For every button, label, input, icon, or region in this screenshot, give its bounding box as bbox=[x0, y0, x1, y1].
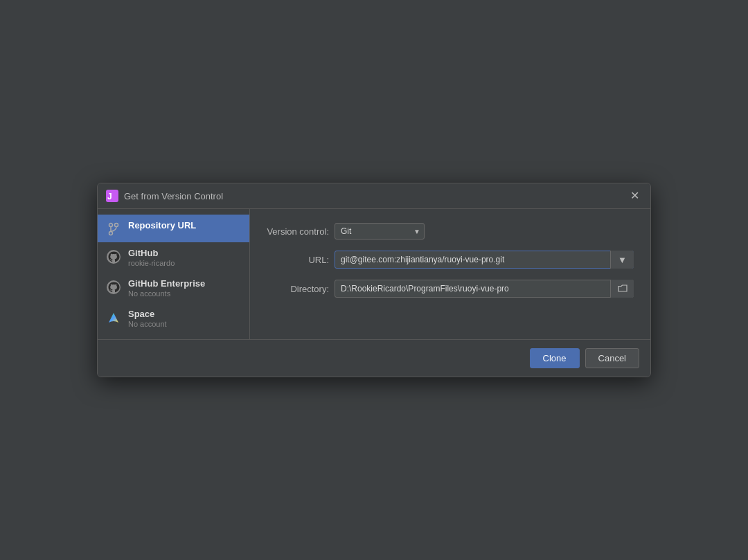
directory-input[interactable] bbox=[335, 280, 634, 298]
sidebar-item-sub-space: No account bbox=[128, 320, 167, 328]
dialog-title: Get from Version Control bbox=[124, 191, 622, 201]
sidebar-item-github-enterprise[interactable]: GitHub Enterprise No accounts bbox=[98, 273, 249, 303]
fork-icon bbox=[106, 222, 121, 237]
svg-text:J: J bbox=[107, 192, 112, 201]
clone-button[interactable]: Clone bbox=[530, 348, 580, 368]
dialog-body: Repository URL GitHub rookie-ricardo bbox=[98, 209, 650, 339]
space-icon bbox=[106, 310, 121, 325]
sidebar-item-title-space: Space bbox=[128, 309, 167, 319]
title-bar: J Get from Version Control ✕ bbox=[98, 183, 650, 209]
url-control-wrap: ▼ bbox=[335, 251, 634, 269]
version-control-select-wrap: Git Mercurial ▼ bbox=[335, 223, 425, 240]
directory-row: Directory: bbox=[267, 280, 634, 298]
sidebar-item-sub-github-enterprise: No accounts bbox=[128, 289, 205, 298]
sidebar-item-title-repository-url: Repository URL bbox=[128, 220, 196, 231]
directory-label: Directory: bbox=[267, 284, 329, 294]
directory-browse-button[interactable] bbox=[610, 280, 634, 298]
sidebar-item-repository-url[interactable]: Repository URL bbox=[98, 215, 249, 242]
close-button[interactable]: ✕ bbox=[627, 189, 642, 203]
directory-input-wrap bbox=[335, 280, 634, 298]
version-control-select[interactable]: Git Mercurial bbox=[335, 223, 425, 240]
url-row: URL: ▼ bbox=[267, 251, 634, 269]
version-control-label: Version control: bbox=[267, 226, 329, 237]
svg-point-2 bbox=[109, 224, 113, 227]
sidebar-item-content-github: GitHub rookie-ricardo bbox=[128, 248, 175, 267]
version-control-wrap: Git Mercurial ▼ bbox=[335, 223, 634, 240]
get-from-version-control-dialog: J Get from Version Control ✕ Repository … bbox=[97, 183, 651, 377]
directory-control-wrap bbox=[335, 280, 634, 298]
sidebar-item-title-github: GitHub bbox=[128, 248, 175, 258]
url-dropdown-button[interactable]: ▼ bbox=[610, 251, 634, 269]
svg-point-4 bbox=[109, 232, 113, 235]
sidebar: Repository URL GitHub rookie-ricardo bbox=[98, 209, 250, 339]
sidebar-item-github[interactable]: GitHub rookie-ricardo bbox=[98, 242, 249, 273]
sidebar-item-title-github-enterprise: GitHub Enterprise bbox=[128, 278, 205, 289]
sidebar-item-content-space: Space No account bbox=[128, 309, 167, 328]
sidebar-item-content-repository-url: Repository URL bbox=[128, 220, 196, 231]
sidebar-item-content-github-enterprise: GitHub Enterprise No accounts bbox=[128, 278, 205, 298]
github-enterprise-icon bbox=[106, 280, 121, 295]
svg-point-3 bbox=[115, 224, 118, 227]
github-icon bbox=[106, 249, 121, 264]
sidebar-item-sub-github: rookie-ricardo bbox=[128, 259, 175, 267]
cancel-button[interactable]: Cancel bbox=[585, 348, 639, 368]
version-control-row: Version control: Git Mercurial ▼ bbox=[267, 223, 634, 240]
main-content: Version control: Git Mercurial ▼ URL: bbox=[250, 209, 650, 339]
app-icon: J bbox=[106, 190, 118, 202]
sidebar-item-space[interactable]: Space No account bbox=[98, 303, 249, 334]
url-label: URL: bbox=[267, 255, 329, 265]
url-input[interactable] bbox=[335, 251, 634, 269]
folder-icon bbox=[618, 284, 627, 293]
url-input-wrap: ▼ bbox=[335, 251, 634, 269]
dialog-footer: Clone Cancel bbox=[98, 339, 650, 377]
